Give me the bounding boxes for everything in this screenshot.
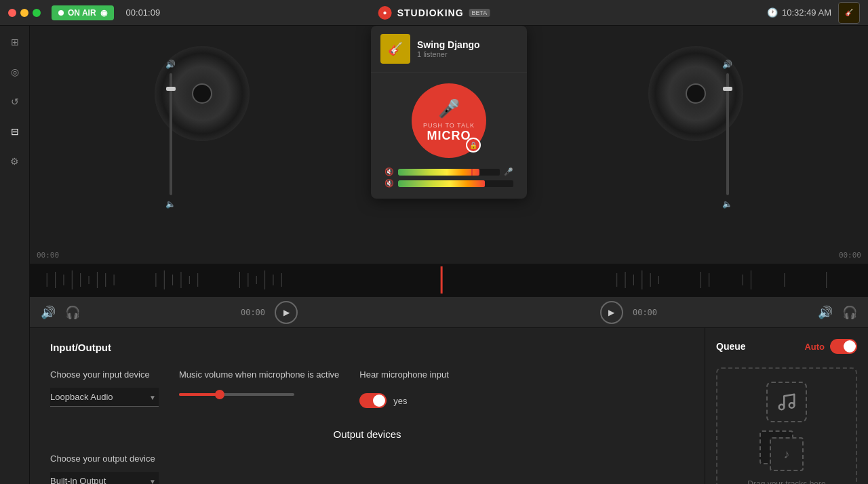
vol-left-thumb[interactable] [166,87,176,91]
svg-rect-11 [164,270,165,289]
output-device-select[interactable]: Built-in Output Headphones USB Audio [50,472,159,484]
auto-toggle[interactable] [830,339,857,354]
beta-badge: BETA [469,9,490,17]
vol-left-track [170,73,172,195]
waveform-canvas [30,264,868,296]
svg-point-35 [779,405,785,410]
vu-mute-icon: 🔇 [384,167,394,176]
push-to-talk-button[interactable]: 🎤 PUSH TO TALK MICRO 🔒 [412,83,486,158]
svg-rect-16 [239,272,240,288]
titlebar-center: ● STUDIOKING BETA [378,6,490,20]
content-area: 🔊 🔈 00:00 🎸 Swing Django [30,26,868,484]
svg-rect-30 [743,275,743,285]
queue-drop-area[interactable]: ♪ Drag your tracks here [716,367,857,484]
vu-meter-area: 🔇 🎤 🔇 [382,167,516,188]
svg-rect-12 [172,275,173,285]
music-volume-column: Music volume when microphone is active [179,369,339,396]
svg-rect-7 [97,272,98,288]
svg-rect-25 [642,270,642,289]
vu-mic-icon: 🎤 [504,167,513,176]
vol-right-low-icon: 🔈 [722,199,732,209]
music-volume-thumb[interactable] [215,390,224,399]
popup-body: 🎤 PUSH TO TALK MICRO 🔒 🔇 [371,73,527,199]
queue-drop-text: Drag your tracks here [747,479,825,484]
vu-bar-1 [398,169,500,176]
music-volume-slider-track [179,393,294,396]
svg-rect-23 [625,272,626,288]
sidebar-item-loop[interactable]: ↺ [5,92,24,111]
clock: 🕐 10:32:49 AM [767,7,831,18]
vu-mute-icon-2: 🔇 [384,179,394,188]
note-icon: ♪ [771,439,802,470]
hear-mic-toggle[interactable] [359,393,387,408]
on-air-button[interactable]: ON AIR ◉ [52,5,114,20]
play-button-left[interactable]: ▶ [275,301,298,324]
play-button-right[interactable]: ▶ [600,301,623,324]
output-device-column: Choose your output device Built-in Outpu… [50,453,159,484]
deck-left: 🔊 🔈 00:00 [30,26,374,296]
waveform-svg [30,266,868,294]
close-button[interactable] [8,9,16,17]
svg-rect-32 [784,273,785,287]
deck-time-left: 00:00 [37,251,59,260]
on-air-label: ON AIR [68,8,96,18]
svg-rect-1 [47,273,47,287]
transport-bar: 🔊 🎧 00:00 ▶ ▶ 00:00 🔊 🎧 [30,297,868,328]
svg-rect-2 [55,272,56,288]
headphone-left-icon[interactable]: 🎧 [65,305,80,320]
hear-mic-toggle-row: yes [359,388,468,408]
svg-rect-6 [89,276,90,284]
svg-rect-21 [281,273,282,287]
input-device-column: Choose your input device Loopback Audio … [50,369,159,407]
track-info: Swing Django 1 listener [417,39,480,58]
maximize-button[interactable] [33,9,41,17]
speaker-right-icon[interactable]: 🔊 [818,305,833,320]
queue-title: Queue [716,341,746,352]
output-section: Output devices Choose your output device… [50,428,684,484]
vu-fill-2 [398,180,485,187]
output-columns: Choose your output device Built-in Outpu… [50,453,684,484]
titlebar: ON AIR ◉ 00:01:09 ● STUDIOKING BETA 🕐 10… [0,0,868,26]
queue-header: Queue Auto [716,339,857,354]
sidebar-item-settings[interactable]: ⚙ [5,152,24,171]
auto-toggle-thumb [844,340,856,352]
music-volume-fill [179,393,220,396]
traffic-lights [8,9,41,17]
sidebar-item-eq[interactable]: ⊟ [5,122,24,141]
svg-rect-34 [441,266,443,294]
svg-rect-8 [105,273,106,287]
output-device-label: Choose your output device [50,453,159,464]
queue-panel: Queue Auto [705,328,868,484]
svg-point-36 [789,403,795,408]
vu-bar-2 [398,180,513,187]
speaker-left-icon[interactable]: 🔊 [41,305,56,320]
clock-icon: 🕐 [767,7,778,18]
music-note-svg [776,392,797,412]
hear-mic-column: Hear microphone input yes [359,369,468,408]
svg-rect-26 [650,273,651,287]
output-section-title: Output devices [50,428,684,440]
vu-fill-1 [398,169,479,176]
vol-right-thumb[interactable] [723,87,732,91]
queue-music-icon [766,382,807,422]
vol-right-track [726,73,729,195]
microphone-icon: 🎤 [438,98,460,119]
sidebar-item-record[interactable]: ◎ [5,62,24,81]
input-device-select[interactable]: Loopback Audio Built-in Microphone USB A… [50,388,159,407]
bottom-panel: Input/Output Choose your input device Lo… [30,328,868,484]
input-device-select-wrapper: Loopback Audio Built-in Microphone USB A… [50,388,159,407]
sidebar-item-grid[interactable]: ⊞ [5,33,24,52]
headphone-right-icon[interactable]: 🎧 [842,305,857,320]
titlebar-left: ON AIR ◉ 00:01:09 [8,5,160,20]
clock-time: 10:32:49 AM [782,7,831,18]
svg-rect-15 [197,273,198,287]
app-logo: ● [378,6,392,20]
auto-toggle-row: Auto [804,339,857,354]
minimize-button[interactable] [20,9,28,17]
micro-label: MICRO [427,129,471,143]
elapsed-timer: 00:01:09 [126,7,161,18]
waveform-area [30,264,868,296]
lock-badge: 🔒 [466,138,481,153]
svg-rect-9 [114,275,115,285]
svg-rect-17 [248,273,248,287]
